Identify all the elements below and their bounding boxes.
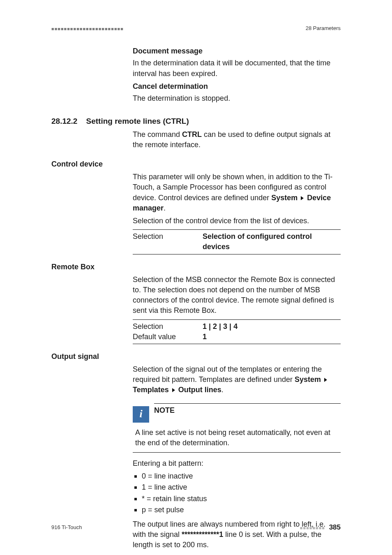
ctrl-keyword: CTRL [182, 130, 202, 139]
output-signal-p1: Selection of the signal out of the templ… [133, 364, 341, 395]
section-intro: The command CTRL can be used to define o… [133, 130, 341, 150]
remote-box-p1: Selection of the MSB connector the Remot… [133, 275, 341, 316]
cancel-det-heading: Cancel determination [133, 82, 208, 90]
note-title: NOTE [154, 403, 341, 416]
cancel-det-text: The determination is stopped. [133, 93, 341, 104]
breadcrumb-arrow-icon [301, 196, 304, 200]
rb-selection-label: Selection [133, 321, 203, 332]
header-chapter: 28 Parameters [306, 25, 341, 32]
info-icon: i [133, 406, 149, 423]
header-decor-left: ■■■■■■■■■■■■■■■■■■■■■■■ [51, 26, 124, 32]
control-device-p2: Selection of the control device from the… [133, 216, 341, 226]
breadcrumb-arrow-icon [172, 388, 175, 392]
control-device-p1: This parameter will only be shown when, … [133, 172, 341, 213]
bit-pattern-intro: Entering a bit pattern: [133, 458, 341, 469]
intro-block: Document message In the determination da… [133, 46, 341, 104]
note-body: A line set active is not being reset aut… [135, 428, 341, 448]
cd-selection-label: Selection [133, 231, 203, 252]
doc-message-heading: Document message [133, 47, 203, 55]
remote-box-selection-table: Selection 1 | 2 | 3 | 4 Default value 1 [133, 319, 341, 344]
section-heading: 28.12.2 Setting remote lines (CTRL) [51, 116, 341, 127]
page-footer: 916 Ti-Touch ■■■■■■■■ 385 [51, 523, 341, 532]
section-number: 28.12.2 [51, 117, 77, 125]
list-item: 0 = line inactive [133, 471, 341, 481]
doc-message-text: In the determination data it will be doc… [133, 58, 341, 79]
page-header: ■■■■■■■■■■■■■■■■■■■■■■■ 28 Parameters [51, 25, 341, 35]
cd-selection-value: Selection of configured control devices [203, 231, 341, 252]
rb-default-value: 1 [203, 332, 207, 342]
control-device-label: Control device [51, 159, 341, 169]
section-title: Setting remote lines (CTRL) [86, 117, 189, 125]
list-item: p = set pulse [133, 505, 341, 515]
remote-box-label: Remote Box [51, 262, 341, 272]
list-item: 1 = line active [133, 482, 341, 493]
list-item: * = retain line status [133, 494, 341, 504]
rb-default-label: Default value [133, 332, 203, 342]
bit-pattern-list: 0 = line inactive 1 = line active * = re… [133, 471, 341, 515]
breadcrumb-arrow-icon [324, 378, 327, 382]
control-device-selection-table: Selection Selection of configured contro… [133, 229, 341, 254]
footer-decor: ■■■■■■■■ [300, 525, 325, 530]
section-intro-pre: The command [133, 130, 182, 139]
rb-selection-value: 1 | 2 | 3 | 4 [203, 321, 238, 332]
note-box: i NOTE A line set active is not being re… [133, 401, 341, 453]
output-signal-label: Output signal [51, 352, 341, 362]
footer-product: 916 Ti-Touch [51, 524, 82, 531]
page-number: 385 [329, 523, 341, 531]
